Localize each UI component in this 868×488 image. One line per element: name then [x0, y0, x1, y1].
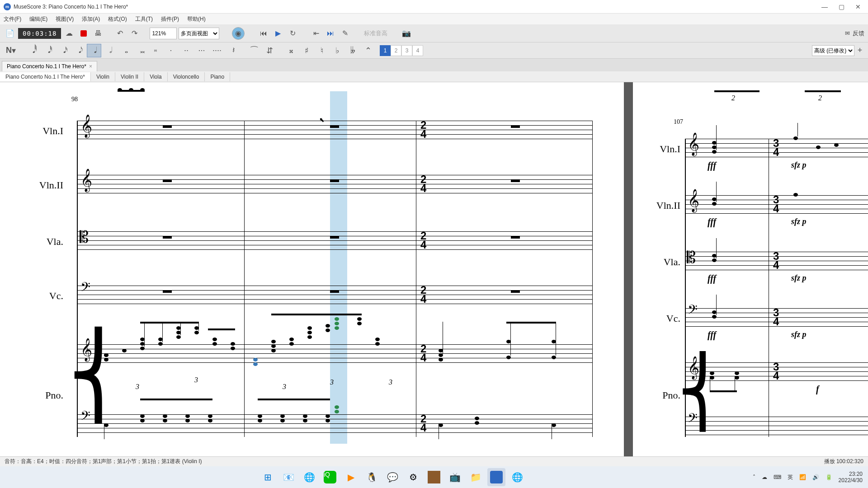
menu-add[interactable]: 添加(A): [82, 15, 100, 23]
double-sharp-button[interactable]: 𝄪: [284, 44, 298, 57]
tray-chevron-icon[interactable]: ˄: [753, 474, 755, 480]
menu-format[interactable]: 格式(O): [108, 15, 127, 23]
duration-half-button[interactable]: 𝅗𝅥: [102, 44, 117, 57]
staff-vc[interactable]: 𝄢 34 fff sfz p: [685, 308, 868, 326]
tray-battery-icon[interactable]: 🔋: [826, 474, 832, 480]
loop-out-button[interactable]: ⏭: [324, 27, 337, 40]
duration-quarter-button[interactable]: 𝅘𝅥: [87, 44, 101, 57]
part-tab-main[interactable]: Piano Concerto No.1 I The Hero*: [0, 72, 91, 81]
double-flat-button[interactable]: 𝄫: [345, 44, 360, 57]
staff-piano-rh[interactable]: 𝄞 34 f: [685, 362, 868, 380]
menu-help[interactable]: 帮助(H): [187, 15, 206, 23]
taskbar-steam-icon[interactable]: ⚙: [404, 468, 422, 486]
start-button[interactable]: ⊞: [259, 468, 277, 486]
flat-button[interactable]: ♭: [330, 44, 344, 57]
part-tab-violin2[interactable]: Violin II: [115, 72, 144, 81]
print-button[interactable]: 🖶: [92, 27, 104, 40]
sharp-button[interactable]: ♯: [299, 44, 314, 57]
duration-longa-button[interactable]: 𝆸: [148, 44, 163, 57]
add-workspace-button[interactable]: +: [855, 44, 864, 57]
duration-8th-button[interactable]: 𝅘𝅥𝅮: [71, 44, 86, 57]
menu-tools[interactable]: 工具(T): [135, 15, 153, 23]
duration-breve-button[interactable]: 𝅜: [133, 44, 147, 57]
menu-plugins[interactable]: 插件(P): [161, 15, 179, 23]
natural-button[interactable]: ♮: [315, 44, 329, 57]
feedback-button[interactable]: ✉ 反馈: [845, 29, 864, 38]
taskbar-mail-icon[interactable]: 📧: [279, 468, 297, 486]
note-input-mode-button[interactable]: N▾: [4, 44, 18, 57]
staff-vc[interactable]: 𝄢 24: [77, 286, 592, 304]
taskbar-edge-icon[interactable]: 🌐: [300, 468, 318, 486]
duration-16th-button[interactable]: 𝅘𝅥𝅯: [56, 44, 71, 57]
taskbar-chrome-icon[interactable]: 🌐: [508, 468, 526, 486]
play-button[interactable]: ▶: [272, 27, 284, 40]
part-tab-violin[interactable]: Violin: [91, 72, 115, 81]
workspace-select[interactable]: 高级 (已修改): [812, 45, 854, 56]
undo-button[interactable]: ↶: [113, 27, 126, 40]
part-tab-piano[interactable]: Piano: [205, 72, 230, 81]
duration-whole-button[interactable]: 𝅝: [118, 44, 132, 57]
staff-vla[interactable]: 𝄡 24: [77, 231, 592, 249]
triple-dot-button[interactable]: ···: [194, 44, 209, 57]
redo-button[interactable]: ↷: [128, 27, 141, 40]
taskbar-wechat-icon[interactable]: 💬: [383, 468, 401, 486]
staff-vln1[interactable]: 𝄞 24: [77, 121, 592, 139]
taskbar-iqiyi-icon[interactable]: iQ: [321, 468, 339, 486]
tray-wifi-icon[interactable]: 📶: [799, 474, 806, 480]
concert-pitch-label[interactable]: 标准音高: [364, 29, 387, 38]
taskbar-media-icon[interactable]: ▶: [342, 468, 360, 486]
staff-vla[interactable]: 𝄡 34 fff sfz p: [685, 252, 868, 270]
staff-piano-lh[interactable]: 𝄢: [685, 417, 868, 435]
screenshot-button[interactable]: 📷: [400, 27, 413, 40]
taskbar-qq-icon[interactable]: 🐧: [363, 468, 381, 486]
loop-in-button[interactable]: ⇤: [310, 27, 322, 40]
close-tab-button[interactable]: ×: [89, 63, 92, 70]
double-dot-button[interactable]: ··: [179, 44, 193, 57]
taskbar-musescore-icon[interactable]: [487, 468, 505, 486]
cloud-button[interactable]: ☁: [63, 27, 75, 40]
maximize-button[interactable]: ▢: [839, 3, 844, 10]
menu-view[interactable]: 视图(V): [56, 15, 74, 23]
loop-button[interactable]: ↻: [286, 27, 299, 40]
voice-3-button[interactable]: 3: [401, 45, 412, 56]
zoom-input[interactable]: [150, 28, 177, 39]
voice-4-button[interactable]: 4: [412, 45, 423, 56]
menu-file[interactable]: 文件(F): [4, 15, 21, 23]
staff-vln2[interactable]: 𝄞 34 fff sfz p: [685, 195, 868, 213]
tray-keyboard-icon[interactable]: ⌨: [774, 474, 781, 480]
taskbar-minecraft-icon[interactable]: [425, 468, 443, 486]
duration-64th-button[interactable]: 𝅘𝅥𝅱: [25, 44, 40, 57]
voice-1-button[interactable]: 1: [380, 45, 391, 56]
part-tab-cello[interactable]: Violoncello: [168, 72, 205, 81]
count-in-button[interactable]: ✎: [339, 27, 351, 40]
taskbar-explorer-icon[interactable]: 📁: [467, 468, 485, 486]
tray-ime-indicator[interactable]: 英: [788, 474, 793, 481]
staff-vln2[interactable]: 𝄞 24: [77, 175, 592, 193]
metronome-button[interactable]: ◉: [232, 27, 245, 40]
rewind-button[interactable]: ⏮: [257, 27, 270, 40]
staff-vln1[interactable]: 𝄞 34 fff sfz p: [685, 139, 868, 157]
view-mode-select[interactable]: 多页面视图: [179, 28, 219, 39]
part-tab-viola[interactable]: Viola: [144, 72, 167, 81]
score-view[interactable]: 98 Vln.I Vln.II Vla. Vc. Pno. 𝄞 24 𝄞: [0, 82, 868, 456]
new-score-button[interactable]: 📄: [4, 27, 16, 40]
flip-button[interactable]: ⇵: [262, 44, 277, 57]
minimize-button[interactable]: —: [821, 3, 828, 10]
tray-volume-icon[interactable]: 🔊: [812, 474, 819, 480]
duration-32nd-button[interactable]: 𝅘𝅥𝅰: [41, 44, 55, 57]
document-tab[interactable]: Piano Concerto No.1 I The Hero* ×: [2, 61, 97, 71]
quad-dot-button[interactable]: ····: [210, 44, 224, 57]
rest-button[interactable]: 𝄽: [225, 44, 240, 57]
marcato-button[interactable]: ⌃: [361, 44, 375, 57]
tray-onedrive-icon[interactable]: ☁: [762, 474, 767, 480]
menu-edit[interactable]: 编辑(E): [29, 15, 47, 23]
close-button[interactable]: ✕: [855, 3, 861, 10]
staff-piano-rh[interactable]: 𝄞 3 3: [77, 344, 592, 362]
record-button[interactable]: [77, 27, 90, 40]
taskbar-bilibili-icon[interactable]: 📺: [446, 468, 464, 486]
tray-clock[interactable]: 23:20 2022/4/30: [839, 471, 863, 483]
dot-button[interactable]: ·: [164, 44, 178, 57]
tie-button[interactable]: ⁀: [247, 44, 261, 57]
voice-2-button[interactable]: 2: [391, 45, 401, 56]
staff-piano-lh[interactable]: 𝄢 24: [77, 414, 592, 432]
